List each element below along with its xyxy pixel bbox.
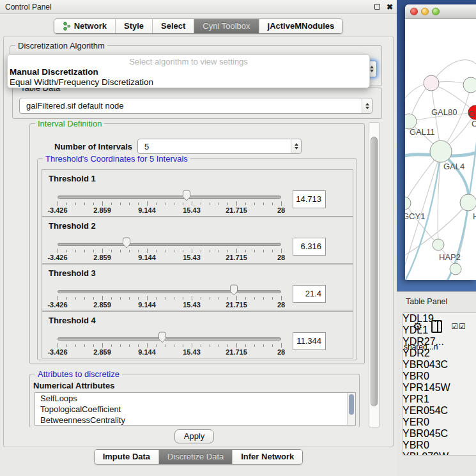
apply-button[interactable]: Apply [174, 429, 214, 443]
group-label: Interval Definition [35, 119, 104, 128]
tick-label: 28 [277, 348, 285, 356]
slider-track[interactable] [58, 243, 281, 246]
tab-label: Infer Network [241, 452, 294, 461]
close-icon[interactable]: ✖ [387, 4, 393, 10]
tab-impute-data[interactable]: Impute Data [95, 450, 158, 464]
table-data-group: Table Data galFiltered.sif default node [12, 88, 382, 119]
tick-label: 28 [277, 254, 285, 261]
slider-thumb[interactable] [229, 284, 238, 296]
float-window-icon[interactable] [374, 4, 380, 10]
numerical-attributes-list[interactable]: SelfLoops TopologicalCoefficient Between… [35, 392, 356, 426]
numerical-attributes-label: Numerical Attributes [33, 381, 114, 390]
tab-network[interactable]: Network [54, 19, 115, 33]
table-panel: Table Panel ⚙ ☑☑ shared... n YDL19... YD… [397, 291, 476, 476]
gear-icon[interactable]: ⚙ [413, 321, 422, 332]
slider-ticks [58, 201, 282, 206]
tab-cyni-toolbox[interactable]: Cyni Toolbox [194, 19, 258, 33]
table-row[interactable]: YPR145W YPR1 [403, 382, 476, 405]
cytoscape-desktop: GAL80 G C GAL11 GAL4 GCY1 H HAP2 [397, 0, 476, 291]
list-item[interactable]: BetweennessCentrality [35, 415, 355, 426]
window-title: Control Panel [4, 3, 52, 12]
slider-thumb[interactable] [182, 190, 191, 201]
table-data-select[interactable]: galFiltered.sif default node [19, 98, 372, 114]
node-label-gal4: GAL4 [443, 162, 464, 171]
tick-label: 15.43 [183, 206, 201, 214]
threshold-4-value-field[interactable]: 11.344 [293, 332, 326, 350]
tick-label: 15.43 [183, 348, 201, 356]
threshold-2-value-field[interactable]: 6.316 [293, 238, 326, 256]
checkbox-icons[interactable]: ☑☑ [451, 322, 466, 331]
threshold-1-slider[interactable]: -3.426 2.859 9.144 15.43 21.715 28 14.71… [42, 170, 353, 216]
node-label-gal11: GAL11 [410, 127, 435, 137]
table-panel-title: Table Panel [406, 297, 447, 306]
settings-scrollbar[interactable] [369, 122, 380, 427]
right-region: GAL80 G C GAL11 GAL4 GCY1 H HAP2 Table P… [397, 0, 476, 476]
tick-label: -3.426 [47, 206, 67, 214]
threshold-4-box: Threshold 4 -3.426 2.859 9.144 15.43 [42, 311, 353, 358]
node-label-gal80: GAL80 [431, 107, 457, 117]
algorithm-hint: Select algorithm to view settings [8, 57, 369, 66]
zoom-traffic-light-icon[interactable] [432, 8, 440, 15]
threshold-1-box: Threshold 1 -3.426 2.859 9.144 15.43 [42, 169, 353, 217]
tick-label: 28 [277, 301, 285, 309]
tick-label: 15.43 [183, 301, 201, 309]
node-gal4 [430, 141, 452, 162]
cell: YPR145W [403, 382, 476, 394]
table-row[interactable]: YER054C YER0 [403, 405, 476, 428]
scrollbar-thumb[interactable] [371, 137, 378, 406]
tab-discretize-data[interactable]: Discretize Data [158, 450, 232, 464]
node-gal80 [424, 75, 439, 91]
threshold-2-slider[interactable]: -3.426 2.859 9.144 15.43 21.715 28 6.316 [42, 217, 353, 263]
scrollbar-thumb[interactable] [349, 394, 354, 415]
network-graph [405, 20, 476, 280]
cell: YBL079W [403, 451, 476, 456]
algorithm-option-equal-width[interactable]: Equal Width/Frequency Discretization [10, 77, 153, 87]
tick-label: -3.426 [47, 348, 67, 356]
columns-icon[interactable] [431, 320, 442, 333]
slider-ticks [58, 343, 282, 348]
slider-track[interactable] [58, 337, 281, 341]
tab-jactivemnodules[interactable]: jActiveMNodules [259, 19, 343, 33]
slider-track[interactable] [58, 290, 281, 293]
column-header-name[interactable]: n [434, 342, 438, 359]
list-scrollbar[interactable] [347, 393, 355, 425]
tab-infer-network[interactable]: Infer Network [232, 450, 302, 464]
tab-label: Discretize Data [167, 452, 224, 461]
number-of-intervals-select[interactable]: 5 [137, 139, 302, 154]
tab-select[interactable]: Select [152, 19, 194, 33]
network-canvas[interactable]: GAL80 G C GAL11 GAL4 GCY1 H HAP2 [405, 20, 476, 280]
stepper-icon [291, 139, 301, 153]
group-label: Discretization Algorithm [15, 41, 107, 50]
group-label: Attributes to discretize [35, 369, 122, 379]
threshold-4-slider[interactable]: -3.426 2.859 9.144 15.43 21.715 28 11.34… [42, 312, 353, 358]
cell: YBR0 [403, 371, 476, 382]
threshold-1-value-field[interactable]: 14.713 [293, 190, 326, 208]
tab-label: jActiveMNodules [268, 21, 335, 31]
table-row[interactable]: YBL079W YBL0 [403, 451, 476, 456]
top-tabbar: Network Style Select Cyni Toolbox jActiv… [0, 19, 397, 34]
group-label: Threshold's Coordinates for 5 Intervals [43, 154, 190, 164]
slider-thumb[interactable] [158, 332, 167, 343]
number-of-intervals-value: 5 [138, 142, 291, 151]
tick-label: 2.859 [93, 301, 111, 309]
column-header-shared-name[interactable]: shared... [404, 342, 434, 359]
tick-label: 9.144 [138, 301, 156, 309]
algorithm-option-manual[interactable]: Manual Discretization [10, 67, 98, 77]
list-item[interactable]: TopologicalCoefficient [35, 404, 355, 415]
node-gcy1 [405, 197, 411, 210]
table-header-row: shared... n [404, 342, 438, 359]
table-row[interactable]: YBR045C YBR0 [403, 428, 476, 451]
slider-ticks [58, 296, 282, 301]
close-traffic-light-icon[interactable] [410, 8, 418, 15]
slider-thumb[interactable] [122, 237, 131, 249]
node-table: ⚙ ☑☑ shared... n YDL19... YDL1 YDR27... … [402, 312, 476, 456]
tab-label: Network [74, 21, 107, 31]
threshold-3-slider[interactable]: -3.426 2.859 9.144 15.43 21.715 28 21.4 [42, 265, 353, 311]
tab-style[interactable]: Style [115, 19, 152, 33]
table-row[interactable]: YBR043C YBR0 [403, 359, 476, 382]
list-item[interactable]: SelfLoops [35, 393, 355, 404]
slider-track[interactable] [58, 196, 281, 199]
network-window-titlebar [405, 4, 476, 19]
threshold-3-value-field[interactable]: 21.4 [293, 285, 326, 303]
minimize-traffic-light-icon[interactable] [421, 8, 429, 15]
